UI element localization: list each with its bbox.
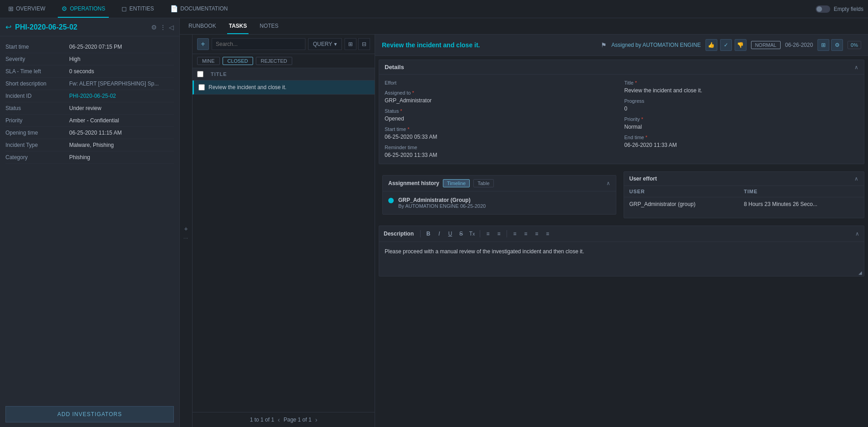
task-row[interactable]: Review the incident and close it. <box>193 80 375 95</box>
end-time-field: End time 06-26-2020 11:33 AM <box>624 135 859 148</box>
pagination-prev[interactable]: ‹ <box>278 416 280 423</box>
unordered-list-button[interactable]: ≡ <box>494 229 504 239</box>
sidebar-icon-group: ⚙ ⋮ ◁ <box>151 24 174 31</box>
add-investigators-button[interactable]: ADD INVESTIGATORS <box>5 406 174 422</box>
pagination-next[interactable]: › <box>315 416 317 423</box>
query-button[interactable]: QUERY ▾ <box>308 38 342 50</box>
severity-label: Severity <box>5 56 69 62</box>
check-button[interactable]: ✓ <box>720 39 732 51</box>
details-section-title: Details <box>385 64 404 70</box>
nav-documentation[interactable]: 📄 DOCUMENTATION <box>167 0 231 18</box>
progress-field-value: 0 <box>624 105 859 112</box>
short-desc-value: Fw: ALERT [SPEARPHISHING] Sp... <box>69 80 169 87</box>
task-list-panel: + QUERY ▾ ⊞ ⊟ MINE CLOSED <box>193 35 375 427</box>
tab-runbook[interactable]: RUNBOOK <box>187 18 218 34</box>
pagination-info: 1 to 1 of 1 <box>250 417 274 423</box>
underline-button[interactable]: U <box>445 229 455 239</box>
effort-collapse-icon[interactable]: ∧ <box>854 176 858 182</box>
main-layout: ↩ PHI-2020-06-25-02 ⚙ ⋮ ◁ Start time 06-… <box>0 18 868 427</box>
task-progress-badge: 0% <box>848 41 861 49</box>
category-value: Phishing <box>69 154 174 161</box>
nav-documentation-label: DOCUMENTATION <box>180 5 228 12</box>
resize-handle-icon[interactable]: ◢ <box>858 270 862 275</box>
more-panel-icon[interactable]: ⋮ <box>183 236 188 241</box>
select-all-checkbox[interactable] <box>197 71 203 77</box>
effort-field: Effort <box>385 80 619 85</box>
sla-label: SLA - Time left <box>5 68 69 75</box>
desc-separator-2 <box>480 230 480 237</box>
title-field-label: Title <box>624 80 859 85</box>
empty-fields-toggle[interactable] <box>816 5 830 13</box>
effort-table-header: USER TIME <box>624 186 864 197</box>
settings-icon[interactable]: ⚙ <box>151 24 157 31</box>
search-input[interactable] <box>212 38 305 50</box>
description-label: Description <box>384 231 414 237</box>
history-header: Assignment history Timeline Table ∧ <box>383 176 616 191</box>
clear-format-button[interactable]: Tx <box>467 229 477 239</box>
right-content: RUNBOOK TASKS NOTES + ⋮ + QUERY <box>180 18 868 427</box>
align-left-button[interactable]: ≡ <box>510 229 520 239</box>
overview-icon: ⊞ <box>8 5 14 12</box>
start-time-label: Start time <box>5 44 69 50</box>
filter-closed[interactable]: CLOSED <box>223 57 253 65</box>
entities-icon: ◻ <box>122 5 127 12</box>
info-row-short-desc: Short description Fw: ALERT [SPEARPHISHI… <box>5 78 174 90</box>
nav-entities[interactable]: ◻ ENTITIES <box>118 0 157 18</box>
task-toolbar: + QUERY ▾ ⊞ ⊟ <box>193 35 375 54</box>
details-collapse-icon[interactable]: ∧ <box>854 64 858 70</box>
filter-rejected[interactable]: REJECTED <box>256 57 292 65</box>
bold-button[interactable]: B <box>423 229 433 239</box>
collapse-sidebar-icon[interactable]: ◁ <box>169 24 174 31</box>
add-task-button[interactable]: + <box>197 38 209 50</box>
table-tab[interactable]: Table <box>473 179 493 187</box>
tab-notes[interactable]: NOTES <box>258 18 280 34</box>
query-chevron-icon: ▾ <box>334 41 337 47</box>
detail-view-icons: ⊞ ⚙ <box>817 39 843 51</box>
task-checkbox[interactable] <box>198 84 205 90</box>
tab-tasks[interactable]: TASKS <box>227 18 249 34</box>
desc-separator-3 <box>507 230 507 237</box>
history-dot <box>388 198 394 203</box>
user-effort-section: User effort ∧ USER TIME GRP_Administrato… <box>624 171 865 218</box>
view-icon-list[interactable]: ⊞ <box>345 38 356 50</box>
italic-button[interactable]: I <box>434 229 444 239</box>
justify-button[interactable]: ≡ <box>543 229 553 239</box>
nav-operations[interactable]: ⚙ OPERATIONS <box>58 0 109 18</box>
plus-panel-icon[interactable]: + <box>184 225 188 232</box>
more-icon[interactable]: ⋮ <box>160 24 166 31</box>
detail-settings-icon[interactable]: ⚙ <box>831 39 843 51</box>
end-time-label: End time <box>624 135 859 140</box>
opening-time-label: Opening time <box>5 130 69 136</box>
desc-resize: ◢ <box>379 269 864 276</box>
details-section-header[interactable]: Details ∧ <box>379 60 864 75</box>
reminder-time-field: Reminder time 06-25-2020 11:33 AM <box>385 145 619 158</box>
ordered-list-button[interactable]: ≡ <box>483 229 493 239</box>
thumbs-down-button[interactable]: 👎 <box>735 39 746 51</box>
task-detail-header: Review the incident and close it. ⚑ Assi… <box>375 35 868 56</box>
nav-overview[interactable]: ⊞ OVERVIEW <box>5 0 49 18</box>
category-label: Category <box>5 154 69 161</box>
assignment-history-section: Assignment history Timeline Table ∧ GRP_… <box>382 175 616 215</box>
detail-view-icon[interactable]: ⊞ <box>817 39 829 51</box>
task-actions: 👍 ✓ 👎 <box>706 39 746 51</box>
empty-fields-toggle-container: Empty fields <box>816 5 863 13</box>
filter-mine[interactable]: MINE <box>197 57 220 65</box>
reminder-time-label: Reminder time <box>385 145 619 150</box>
desc-collapse-icon[interactable]: ∧ <box>855 231 859 237</box>
view-icon-grid[interactable]: ⊟ <box>358 38 370 50</box>
sub-tabs: RUNBOOK TASKS NOTES <box>180 18 868 35</box>
incident-id-value: PHI-2020-06-25-02 <box>69 93 174 99</box>
details-left: Effort Assigned to GRP_Administrator Sta… <box>385 80 619 158</box>
info-row-status: Status Under review <box>5 102 174 115</box>
task-detail-panel: Review the incident and close it. ⚑ Assi… <box>375 35 868 427</box>
history-by: By AUTOMATION ENGINE 06-25-2020 <box>398 203 610 209</box>
thumbs-up-button[interactable]: 👍 <box>706 39 717 51</box>
history-collapse-icon[interactable]: ∧ <box>606 180 610 186</box>
opening-time-value: 06-25-2020 11:15 AM <box>69 130 174 136</box>
align-right-button[interactable]: ≡ <box>532 229 542 239</box>
timeline-tab[interactable]: Timeline <box>443 179 470 187</box>
align-center-button[interactable]: ≡ <box>521 229 531 239</box>
user-col-header: USER <box>629 189 744 194</box>
title-field-value: Review the incident and close it. <box>624 87 859 94</box>
strikethrough-button[interactable]: S <box>456 229 466 239</box>
